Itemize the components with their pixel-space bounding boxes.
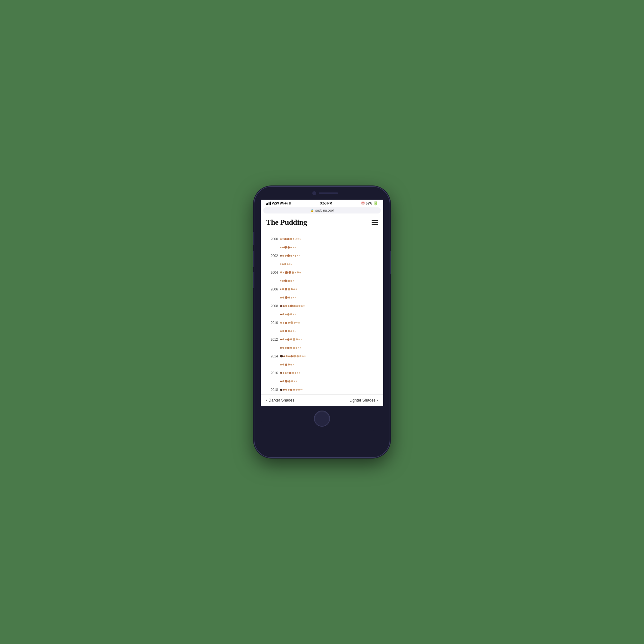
chart-area: 2000200220042006200820102012201420162018 [261,233,383,394]
dot [285,339,287,340]
dot [291,380,293,382]
dot [285,271,288,274]
dot [282,263,284,265]
dot [283,272,284,273]
dot [301,339,302,340]
dot [289,372,291,374]
dot [282,238,284,240]
dot [288,288,290,290]
dot [301,305,303,307]
dot [293,280,294,281]
dots-container [280,263,379,265]
dot [280,289,281,290]
dot [285,255,287,257]
signal-bars [266,202,271,205]
dot [280,280,281,281]
dot [293,238,294,240]
dot [300,389,302,390]
wifi-icon: ⊜ [289,202,291,205]
dot [298,347,299,348]
phone-body: VZW Wi-Fi ⊜ 3:58 PM ⏰ 59% 🔋 🔒 pudding.co… [261,187,383,431]
dot [285,330,287,332]
dot [291,297,292,298]
next-button[interactable]: Lighter Shades › [349,398,378,403]
dot [296,289,297,290]
year-row: 2000 [280,235,379,242]
dot [290,321,293,324]
dot [280,255,282,257]
dot [280,347,282,349]
dot [297,271,299,273]
power-button[interactable] [390,251,391,274]
dot [285,380,288,383]
dot [290,330,292,332]
year-label: 2002 [263,254,278,258]
volume-down-button[interactable] [253,272,254,288]
site-title: The Pudding [266,218,307,227]
dot [293,364,294,365]
prev-button[interactable]: ‹ Darker Shades [266,398,294,403]
battery-icon: 🔋 [373,201,378,205]
dot [293,330,294,332]
dot [283,305,285,307]
dot [293,247,294,248]
year-label: 2016 [263,371,278,375]
year-row: 2002 [280,252,379,259]
url-bar[interactable]: 🔒 pudding.cool [263,207,381,213]
dot [296,381,297,382]
dot [290,238,292,240]
dot [296,322,298,323]
dot [295,331,296,332]
dot [288,305,289,307]
menu-button[interactable] [372,220,378,225]
url-text: pudding.cool [315,209,334,212]
dot [298,238,299,240]
year-label: 2004 [263,271,278,274]
dot [295,272,296,273]
camera [312,191,316,195]
dots-container [280,305,379,307]
dot [304,355,306,357]
dot [285,364,287,366]
year-label: 2000 [263,237,278,241]
year-row: 2008 [280,302,379,309]
dot [280,297,282,298]
year-label: 2006 [263,288,278,291]
dots-container [280,279,379,282]
dots-container [280,288,379,290]
home-button[interactable] [314,411,330,427]
dot [280,389,282,391]
dot [282,288,284,290]
dot [284,279,287,282]
status-right: ⏰ 59% 🔋 [361,201,378,205]
dot [282,380,284,382]
dot [299,255,300,256]
speaker [319,193,338,194]
main-content[interactable]: 2000200220042006200820102012201420162018 [261,230,383,394]
dot [285,347,287,349]
dot [299,272,301,273]
dots-container [280,238,379,240]
dot [285,288,287,290]
bottom-nav: ‹ Darker Shades Lighter Shades › [261,394,383,406]
year-label: 2008 [263,304,278,308]
volume-up-button[interactable] [253,251,254,267]
dot [282,280,284,282]
year-row: 2014 [280,353,379,360]
next-label: Lighter Shades [349,398,375,403]
dot [293,389,295,391]
alarm-icon: ⏰ [361,202,365,205]
hamburger-line-1 [372,220,378,221]
dot [280,305,282,307]
status-bar: VZW Wi-Fi ⊜ 3:58 PM ⏰ 59% 🔋 [261,200,383,207]
dot [283,355,285,357]
dot [290,347,292,349]
dot [290,247,292,248]
dot [293,297,294,298]
dots-container [280,355,379,357]
dot [288,297,290,298]
dot [291,264,292,265]
dots-container [280,380,379,383]
phone-top-bar [261,187,383,200]
dot [285,322,287,324]
